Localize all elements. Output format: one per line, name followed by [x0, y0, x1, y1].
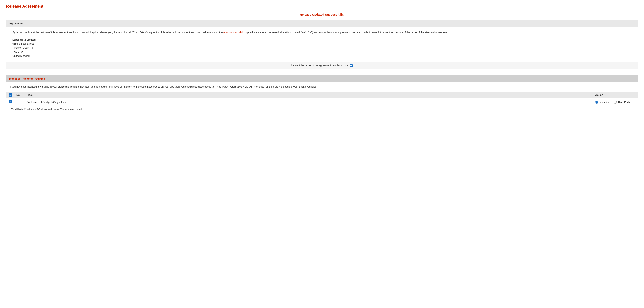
- address-line4: United Kingdom: [12, 54, 632, 58]
- monetise-section: Monetise Tracks on YouTube If you have s…: [6, 75, 638, 113]
- row-action-cell: Monetise Third Party: [593, 99, 638, 106]
- col-header-checkbox: [6, 92, 14, 99]
- agreement-accept-label: I accept the terms of the agreement deta…: [291, 64, 348, 67]
- col-header-track: Track: [24, 92, 593, 99]
- address-line3: HU1 1TU: [12, 50, 632, 54]
- select-all-checkbox[interactable]: [9, 93, 12, 97]
- terms-conditions-link[interactable]: terms and conditions: [223, 31, 246, 34]
- agreement-body-text-2: previously agreed between Label Worx Lim…: [248, 31, 448, 34]
- address-line2: Kingston Upon Hull: [12, 46, 632, 50]
- agreement-section: Agreement By ticking the box at the bott…: [6, 20, 638, 69]
- col-header-no: No.: [14, 92, 24, 99]
- success-message: Release Updated Successfully.: [6, 13, 638, 16]
- address-line1: 61b Humber Street: [12, 42, 632, 46]
- agreement-header: Agreement: [6, 20, 638, 27]
- agreement-accept-checkbox[interactable]: [350, 64, 353, 67]
- row-track-name: Poolhaus - Til Sunlight (Original Mix): [24, 99, 593, 106]
- company-info: Label Worx Limited 61b Humber Street Kin…: [12, 38, 632, 58]
- third-party-option: Third Party: [614, 101, 630, 104]
- agreement-body-text-1: By ticking the box at the bottom of this…: [12, 31, 222, 34]
- track-row-checkbox[interactable]: [9, 100, 12, 103]
- monetise-option: Monetise: [595, 101, 610, 104]
- agreement-accept-row: I accept the terms of the agreement deta…: [6, 62, 638, 69]
- agreement-body: By ticking the box at the bottom of this…: [6, 27, 638, 62]
- monetise-radio[interactable]: [595, 101, 598, 104]
- row-checkbox-cell: [6, 99, 14, 106]
- table-row: 1.Poolhaus - Til Sunlight (Original Mix)…: [6, 99, 638, 106]
- monetise-description: If you have sub-licensed any tracks in y…: [6, 82, 638, 92]
- third-party-radio[interactable]: [614, 101, 617, 104]
- monetise-label: Monetise: [599, 101, 610, 104]
- tracks-footnote: * Third Party, Continuous DJ Mixes and L…: [6, 106, 638, 113]
- row-number: 1.: [14, 99, 24, 106]
- tracks-table: No. Track Action 1.Poolhaus - Til Sunlig…: [6, 92, 638, 106]
- company-name: Label Worx Limited: [12, 38, 632, 42]
- table-header-row: No. Track Action: [6, 92, 638, 99]
- page-title: Release Agreement: [6, 4, 638, 9]
- third-party-label: Third Party: [618, 101, 630, 104]
- monetise-header: Monetise Tracks on YouTube: [6, 75, 638, 82]
- col-header-action: Action: [593, 92, 638, 99]
